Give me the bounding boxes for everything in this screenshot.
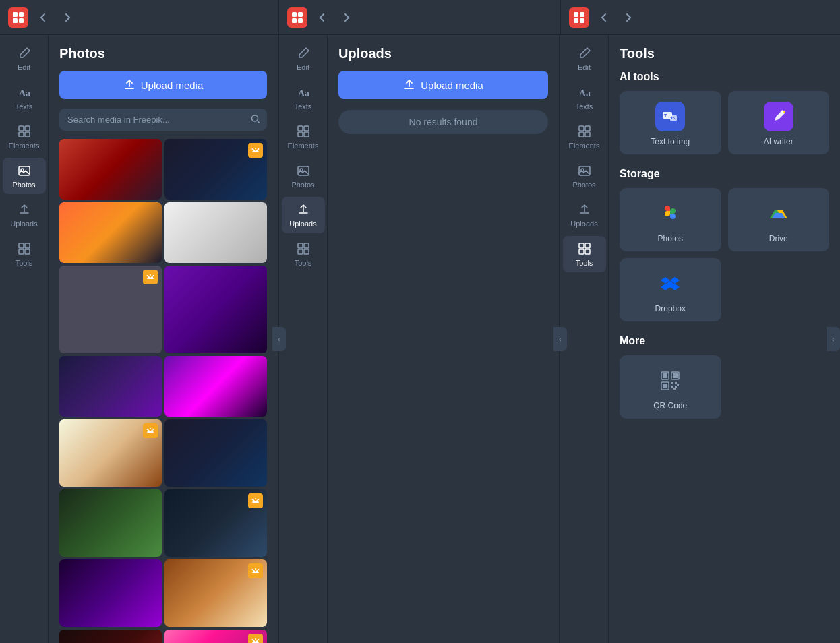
sidebar-item-photos-3[interactable]: Photos [563,158,606,194]
upload-media-button-1[interactable]: Upload media [59,71,267,99]
search-button-1[interactable] [251,114,260,125]
photo-item[interactable] [164,630,267,643]
svg-point-30 [150,428,151,429]
svg-rect-3 [19,18,24,23]
photo-item[interactable] [164,202,267,263]
svg-rect-72 [673,373,678,378]
photo-icon-1 [17,163,32,178]
svg-point-27 [150,274,151,276]
svg-text:Aa: Aa [579,88,591,98]
photo-item[interactable] [164,266,267,353]
premium-badge [248,563,263,578]
upload-icon-1 [17,202,32,217]
search-container-1 [59,109,267,131]
svg-rect-79 [677,384,679,386]
uploads-label-3: Uploads [570,220,597,228]
svg-rect-14 [25,126,30,131]
tools-label-1: Tools [16,259,33,267]
logo-icon-3 [569,7,589,28]
sidebar-item-photos-2[interactable]: Photos [282,158,325,194]
svg-rect-51 [298,249,303,254]
uploads-panel-title: Uploads [338,46,548,61]
photo-item[interactable] [164,419,267,487]
svg-rect-20 [25,243,30,248]
elements-label-2: Elements [288,142,319,150]
svg-rect-77 [671,386,673,388]
sidebar-item-texts-2[interactable]: Aa Texts [282,80,325,116]
photo-item[interactable] [164,139,267,200]
ai-writer-card[interactable]: AI writer [728,91,830,154]
sidebar-item-elements-1[interactable]: Elements [3,119,46,155]
dropbox-storage-card[interactable]: Dropbox [620,258,721,322]
text-to-img-icon: T [655,102,685,131]
photo-item[interactable] [164,356,267,417]
text-to-img-card[interactable]: T Text to img [620,91,721,154]
svg-rect-4 [292,12,297,17]
svg-rect-55 [585,126,590,131]
photo-grid [59,139,267,643]
sidebar-item-texts-1[interactable]: Aa Texts [3,80,46,116]
sidebar-item-elements-3[interactable]: Elements [563,119,606,155]
photo-item[interactable] [59,356,162,417]
forward-button-1[interactable] [58,8,77,27]
svg-rect-62 [579,249,584,254]
back-button-3[interactable] [595,8,613,27]
sidebar-item-uploads-1[interactable]: Uploads [3,197,46,233]
svg-point-34 [252,499,253,500]
svg-point-36 [255,568,256,570]
dropbox-storage-icon [655,269,685,299]
premium-badge [143,423,158,438]
collapse-panel3[interactable]: ‹ [827,327,840,351]
sidebar-item-uploads-2[interactable]: Uploads [282,197,325,233]
sidebar-item-tools-3[interactable]: Tools [563,236,606,272]
sidebar-item-tools-1[interactable]: Tools [3,236,46,272]
pencil-icon-1 [17,46,32,61]
text-icon-2: Aa [296,85,311,100]
sidebar-panel1: Edit Aa Texts Elements Photos [0,35,49,643]
forward-button-2[interactable] [337,8,356,27]
svg-rect-47 [298,166,309,175]
photo-item[interactable] [59,202,162,263]
photo-item[interactable] [164,489,267,557]
back-button-1[interactable] [34,8,53,27]
svg-rect-54 [579,126,584,131]
photo-item[interactable] [59,489,162,557]
forward-button-3[interactable] [619,8,638,27]
photos-storage-card[interactable]: Photos [620,188,721,251]
drive-storage-card[interactable]: Drive [728,188,830,251]
tools-panel-title: Tools [620,46,829,61]
sidebar-item-photos-1[interactable]: Photos [3,158,46,194]
search-input-1[interactable] [59,109,267,131]
collapse-panel2[interactable]: ‹ [553,327,567,351]
svg-text:Aa: Aa [19,88,30,98]
collapse-panel1[interactable]: ‹ [272,327,286,351]
svg-rect-2 [13,18,18,23]
sidebar-item-uploads-3[interactable]: Uploads [563,197,606,233]
photo-item[interactable] [59,630,162,643]
svg-rect-22 [25,249,30,254]
sidebar-item-texts-3[interactable]: Aa Texts [563,80,606,116]
back-button-2[interactable] [313,8,332,27]
photo-item[interactable] [59,559,162,627]
edit-label-2: Edit [297,63,309,71]
sidebar-item-edit-3[interactable]: Edit [563,40,606,77]
svg-rect-58 [579,166,590,175]
photos-storage-label: Photos [658,234,683,243]
photo-item[interactable] [59,139,162,200]
sidebar-item-elements-2[interactable]: Elements [282,119,325,155]
sidebar-item-tools-2[interactable]: Tools [282,236,325,272]
uploads-label-1: Uploads [10,220,37,228]
svg-point-32 [153,429,154,430]
photo-item[interactable] [59,419,162,487]
qr-code-card[interactable]: QR Code [620,355,721,419]
photo-item[interactable] [164,559,267,627]
upload-media-button-2[interactable]: Upload media [338,71,548,99]
svg-rect-49 [298,243,303,248]
svg-rect-19 [19,243,24,248]
grid-icon-3 [577,241,592,256]
photo-item[interactable] [59,266,162,353]
tools-label-2: Tools [295,259,312,267]
sidebar-item-edit-2[interactable]: Edit [282,40,325,77]
sidebar-item-edit-1[interactable]: Edit [3,40,46,77]
elements-icon-3 [577,124,592,139]
